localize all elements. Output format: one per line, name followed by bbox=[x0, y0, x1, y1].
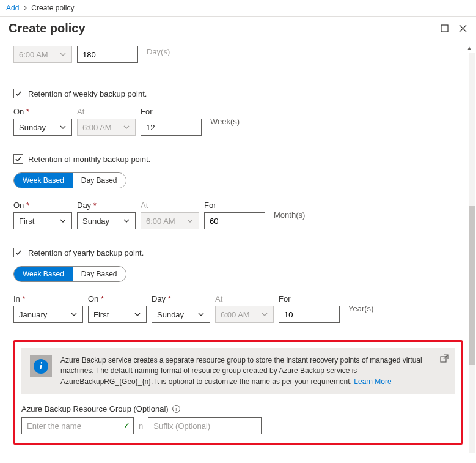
monthly-week-based[interactable]: Week Based bbox=[14, 173, 73, 188]
yearly-week-based[interactable]: Week Based bbox=[14, 267, 73, 281]
footer: Create bbox=[0, 456, 476, 463]
weekly-for-input[interactable] bbox=[141, 119, 202, 136]
daily-unit: Day(s) bbox=[147, 47, 170, 56]
yearly-at-label: At bbox=[215, 294, 274, 303]
learn-more-link[interactable]: Learn More bbox=[354, 377, 391, 386]
maximize-icon[interactable] bbox=[439, 24, 449, 34]
yearly-on-select[interactable]: First bbox=[88, 306, 147, 323]
yearly-unit: Year(s) bbox=[348, 304, 373, 313]
monthly-for-label: For bbox=[204, 201, 265, 210]
weekly-on-select[interactable]: Sunday bbox=[13, 119, 72, 136]
yearly-day-based[interactable]: Day Based bbox=[73, 267, 126, 281]
monthly-day-select[interactable]: Sunday bbox=[77, 212, 136, 229]
chevron-right-icon bbox=[23, 4, 27, 12]
yearly-day-label: Day bbox=[152, 294, 166, 303]
breadcrumb: Add Create policy bbox=[0, 0, 476, 17]
monthly-on-select[interactable]: First bbox=[13, 212, 72, 229]
highlighted-section: i Azure Backup service creates a separat… bbox=[13, 340, 463, 445]
weekly-at-label: At bbox=[77, 107, 136, 116]
monthly-for-input[interactable] bbox=[204, 212, 265, 229]
weekly-unit: Week(s) bbox=[210, 117, 240, 126]
daily-retention-input[interactable] bbox=[77, 46, 138, 63]
monthly-checkbox-label: Retention of monthly backup point. bbox=[28, 155, 150, 164]
info-text: Azure Backup service creates a separate … bbox=[60, 355, 446, 387]
yearly-for-label: For bbox=[279, 294, 340, 303]
weekly-at-select: 6:00 AM bbox=[77, 119, 136, 136]
info-banner: i Azure Backup service creates a separat… bbox=[21, 348, 455, 394]
info-icon: i bbox=[34, 359, 48, 374]
yearly-on-label: On bbox=[88, 294, 98, 303]
breadcrumb-current: Create policy bbox=[31, 4, 74, 12]
breadcrumb-add[interactable]: Add bbox=[6, 4, 19, 12]
tooltip-icon[interactable]: i bbox=[172, 405, 180, 413]
monthly-basis-toggle: Week Based Day Based bbox=[13, 172, 126, 188]
monthly-day-label: Day bbox=[77, 201, 91, 210]
monthly-at-label: At bbox=[141, 201, 199, 210]
monthly-on-label: On bbox=[13, 201, 24, 210]
daily-time-select: 6:00 AM bbox=[13, 46, 72, 63]
rg-suffix-input[interactable] bbox=[148, 417, 262, 434]
yearly-day-select[interactable]: Sunday bbox=[152, 306, 210, 323]
monthly-day-based[interactable]: Day Based bbox=[73, 173, 126, 188]
weekly-on-label: On bbox=[13, 107, 24, 116]
yearly-at-select: 6:00 AM bbox=[215, 306, 274, 323]
monthly-at-select: 6:00 AM bbox=[141, 212, 199, 229]
yearly-checkbox[interactable] bbox=[13, 248, 23, 257]
yearly-for-input[interactable] bbox=[279, 306, 340, 323]
monthly-unit: Month(s) bbox=[274, 210, 305, 220]
yearly-in-label: In bbox=[13, 294, 20, 303]
weekly-checkbox-label: Retention of weekly backup point. bbox=[28, 89, 147, 98]
weekly-checkbox[interactable] bbox=[13, 89, 23, 98]
yearly-checkbox-label: Retention of yearly backup point. bbox=[28, 248, 144, 257]
monthly-checkbox[interactable] bbox=[13, 154, 23, 164]
yearly-basis-toggle: Week Based Day Based bbox=[13, 266, 126, 282]
weekly-for-label: For bbox=[141, 107, 202, 116]
info-icon-wrap: i bbox=[30, 355, 52, 377]
rg-name-input[interactable] bbox=[21, 417, 134, 434]
page-title: Create policy bbox=[9, 21, 431, 35]
rg-separator: n bbox=[137, 421, 144, 431]
external-link-icon[interactable] bbox=[440, 354, 449, 363]
titlebar: Create policy bbox=[0, 17, 476, 42]
close-icon[interactable] bbox=[458, 24, 467, 34]
yearly-in-select[interactable]: January bbox=[13, 306, 83, 323]
rg-label: Azure Backup Resource Group (Optional) bbox=[21, 404, 169, 413]
svg-rect-0 bbox=[441, 25, 448, 32]
